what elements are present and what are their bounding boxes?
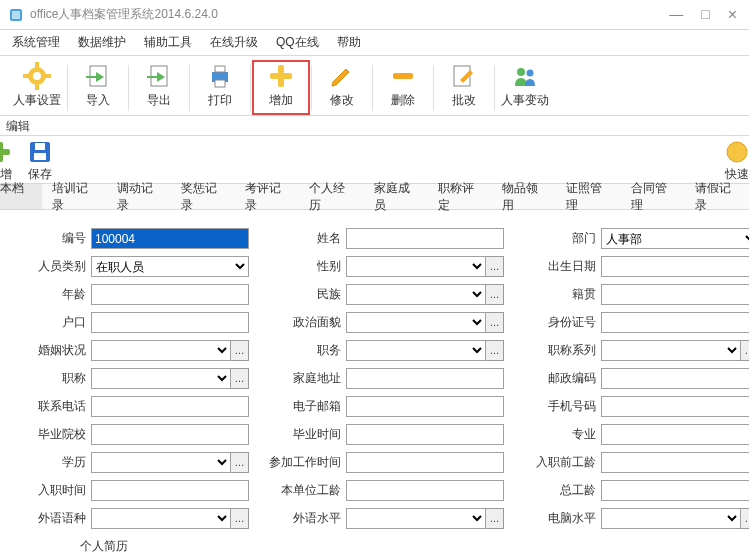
field-input[interactable] [601,312,749,333]
field-c1-3: 户口 [0,312,249,333]
field-select[interactable] [346,256,486,277]
field-c3-9: 总工龄 [510,480,749,501]
lookup-button[interactable]: … [741,508,749,529]
field-input[interactable] [601,284,749,305]
field-c2-6: 电子邮箱 [255,396,504,417]
field-input[interactable] [601,452,749,473]
close-button[interactable]: × [728,6,737,24]
svg-rect-15 [393,73,413,79]
print-icon [206,62,234,90]
field-label: 人员类别 [0,258,86,275]
lookup-button[interactable]: … [486,508,504,529]
field-c1-0: 编号 [0,228,249,249]
toolbar-edit-button[interactable]: 修改 [313,62,371,113]
field-input[interactable] [91,396,249,417]
field-label: 年龄 [0,286,86,303]
toolbar-export-button[interactable]: 导出 [130,62,188,113]
menu-qq[interactable]: QQ在线 [276,34,319,51]
gear-icon [23,62,51,90]
field-input[interactable] [601,480,749,501]
field-input[interactable] [91,480,249,501]
lookup-button[interactable]: … [486,340,504,361]
tab-6[interactable]: 家庭成员 [364,184,428,209]
field-input[interactable] [601,424,749,445]
field-c1-4: 婚姻状况… [0,340,249,361]
add-new-button[interactable]: 新增 [0,139,20,183]
tab-10[interactable]: 合同管理 [621,184,685,209]
fast-button[interactable]: 快速 [717,139,749,183]
resume-label: 个人简历 [80,538,128,555]
toolbar-minus-button[interactable]: 删除 [374,62,432,113]
svg-rect-7 [45,74,51,78]
field-select[interactable] [91,340,231,361]
field-c3-4: 职称系列… [510,340,749,361]
tab-1[interactable]: 培训记录 [42,184,106,209]
tab-0[interactable]: 基本档案 [0,184,42,209]
toolbar-import-button[interactable]: 导入 [69,62,127,113]
lookup-button[interactable]: … [231,452,249,473]
lookup-button[interactable]: … [741,340,749,361]
field-select[interactable] [346,312,486,333]
tab-5[interactable]: 个人经历 [299,184,363,209]
field-input[interactable] [346,228,504,249]
field-input[interactable] [601,256,749,277]
field-input[interactable] [346,424,504,445]
toolbar-batch-button[interactable]: 批改 [435,62,493,113]
menu-data[interactable]: 数据维护 [78,34,126,51]
field-input[interactable] [346,368,504,389]
tab-3[interactable]: 奖惩记录 [171,184,235,209]
main-toolbar: 人事设置导入导出打印增加修改删除批改人事变动 [0,56,749,116]
tab-9[interactable]: 证照管理 [556,184,620,209]
field-c1-7: 毕业院校 [0,424,249,445]
field-input[interactable] [346,480,504,501]
field-select[interactable] [601,340,741,361]
lookup-button[interactable]: … [486,256,504,277]
field-label: 入职时间 [0,482,86,499]
field-select[interactable] [346,508,486,529]
svg-rect-6 [23,74,29,78]
field-select[interactable]: 在职人员 [91,256,249,277]
tab-2[interactable]: 调动记录 [107,184,171,209]
field-label: 入职前工龄 [510,454,596,471]
menu-tools[interactable]: 辅助工具 [144,34,192,51]
field-select[interactable] [346,340,486,361]
menu-system[interactable]: 系统管理 [12,34,60,51]
lookup-button[interactable]: … [486,312,504,333]
toolbar-plus-button[interactable]: 增加 [252,60,310,115]
lookup-button[interactable]: … [231,368,249,389]
menu-help[interactable]: 帮助 [337,34,361,51]
field-c1-5: 职称… [0,368,249,389]
field-select[interactable] [601,508,741,529]
lookup-button[interactable]: … [486,284,504,305]
lookup-button[interactable]: … [231,340,249,361]
field-select[interactable] [91,508,231,529]
menu-upgrade[interactable]: 在线升级 [210,34,258,51]
field-input[interactable] [91,312,249,333]
svg-point-3 [33,72,41,80]
field-select[interactable] [346,284,486,305]
field-c1-9: 入职时间 [0,480,249,501]
toolbar-gear-button[interactable]: 人事设置 [8,62,66,113]
field-select[interactable]: 人事部 [601,228,749,249]
tab-4[interactable]: 考评记录 [235,184,299,209]
field-input[interactable] [601,368,749,389]
field-label: 邮政编码 [510,370,596,387]
field-select[interactable] [91,368,231,389]
field-select[interactable] [91,452,231,473]
toolbar-people-button[interactable]: 人事变动 [496,62,554,113]
field-input[interactable] [91,284,249,305]
edit-icon [328,62,356,90]
field-input[interactable] [91,228,249,249]
tab-11[interactable]: 请假记录 [685,184,749,209]
save-button[interactable]: 保存 [20,139,60,183]
field-input[interactable] [91,424,249,445]
field-input[interactable] [601,396,749,417]
field-input[interactable] [346,396,504,417]
field-input[interactable] [346,452,504,473]
minimize-button[interactable]: — [669,6,683,24]
maximize-button[interactable]: □ [701,6,709,24]
lookup-button[interactable]: … [231,508,249,529]
tab-7[interactable]: 职称评定 [428,184,492,209]
tab-8[interactable]: 物品领用 [492,184,556,209]
toolbar-print-button[interactable]: 打印 [191,62,249,113]
